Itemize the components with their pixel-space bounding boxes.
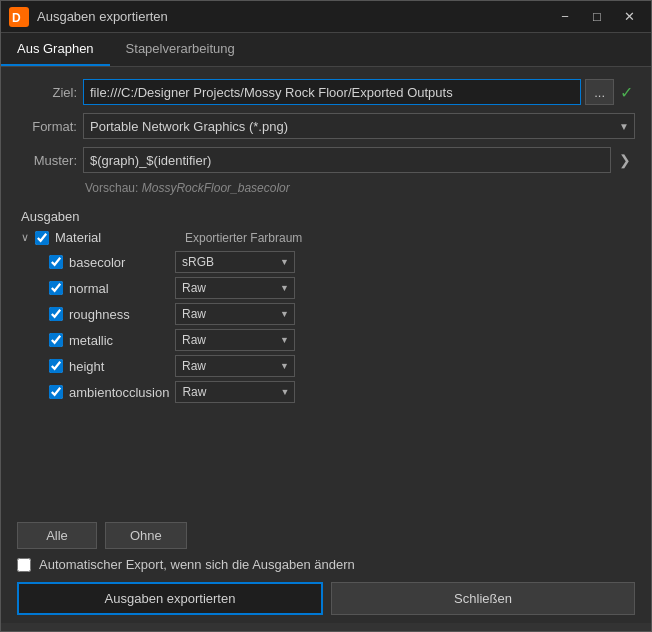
main-window: D Ausgaben exportierten − □ ✕ Aus Graphe… <box>0 0 652 632</box>
height-select[interactable]: sRGB Raw Linear <box>175 355 295 377</box>
basecolor-select[interactable]: sRGB Raw Linear <box>175 251 295 273</box>
output-row-normal: normal sRGB Raw Linear ▼ <box>17 275 635 301</box>
window-title: Ausgaben exportierten <box>37 9 551 24</box>
alle-ohne-row: Alle Ohne <box>17 522 635 549</box>
maximize-button[interactable]: □ <box>583 6 611 28</box>
ambientocclusion-select-wrap: sRGB Raw Linear ▼ <box>175 381 295 403</box>
height-checkbox[interactable] <box>49 359 63 373</box>
tab-stapelverarbeitung[interactable]: Stapelverarbeitung <box>110 33 251 66</box>
auto-export-label: Automatischer Export, wenn sich die Ausg… <box>39 557 355 572</box>
titlebar: D Ausgaben exportierten − □ ✕ <box>1 1 651 33</box>
metallic-select-wrap: sRGB Raw Linear ▼ <box>175 329 295 351</box>
format-select-wrap: Portable Network Graphics (*.png) ▼ <box>83 113 635 139</box>
scrollbar-area <box>1 623 651 631</box>
tab-aus-graphen[interactable]: Aus Graphen <box>1 33 110 66</box>
height-name: height <box>69 359 169 374</box>
basecolor-name: basecolor <box>69 255 169 270</box>
ausgaben-section: Ausgaben ∨ Material Exportierter Farbrau… <box>17 209 635 405</box>
tab-bar: Aus Graphen Stapelverarbeitung <box>1 33 651 67</box>
muster-expand-icon[interactable]: ❯ <box>615 152 635 168</box>
output-row-roughness: roughness sRGB Raw Linear ▼ <box>17 301 635 327</box>
ziel-input-wrap: ... ✓ <box>83 79 635 105</box>
output-rows: basecolor sRGB Raw Linear ▼ normal <box>17 249 635 405</box>
material-header: ∨ Material Exportierter Farbraum <box>17 230 635 245</box>
alle-button[interactable]: Alle <box>17 522 97 549</box>
minimize-button[interactable]: − <box>551 6 579 28</box>
normal-checkbox[interactable] <box>49 281 63 295</box>
vorschau-row: Vorschau: MossyRockFloor_basecolor <box>85 181 635 195</box>
bottom-area: Alle Ohne Automatischer Export, wenn sic… <box>1 514 651 623</box>
format-row: Format: Portable Network Graphics (*.png… <box>17 113 635 139</box>
content-area: Ziel: ... ✓ Format: Portable Network Gra… <box>1 67 651 514</box>
svg-text:D: D <box>12 11 21 25</box>
roughness-select[interactable]: sRGB Raw Linear <box>175 303 295 325</box>
browse-button[interactable]: ... <box>585 79 614 105</box>
vorschau-label: Vorschau: <box>85 181 138 195</box>
material-chevron-icon[interactable]: ∨ <box>21 231 29 244</box>
ziel-label: Ziel: <box>17 85 77 100</box>
action-row: Ausgaben exportierten Schließen <box>17 582 635 615</box>
metallic-name: metallic <box>69 333 169 348</box>
ambientocclusion-name: ambientocclusion <box>69 385 169 400</box>
muster-row: Muster: ❯ <box>17 147 635 173</box>
auto-export-checkbox[interactable] <box>17 558 31 572</box>
ziel-row: Ziel: ... ✓ <box>17 79 635 105</box>
ambientocclusion-checkbox[interactable] <box>49 385 63 399</box>
material-checkbox[interactable] <box>35 231 49 245</box>
basecolor-checkbox[interactable] <box>49 255 63 269</box>
ziel-confirm-icon[interactable]: ✓ <box>618 83 635 102</box>
output-row-basecolor: basecolor sRGB Raw Linear ▼ <box>17 249 635 275</box>
height-select-wrap: sRGB Raw Linear ▼ <box>175 355 295 377</box>
muster-label: Muster: <box>17 153 77 168</box>
close-dialog-button[interactable]: Schließen <box>331 582 635 615</box>
export-button[interactable]: Ausgaben exportierten <box>17 582 323 615</box>
ohne-button[interactable]: Ohne <box>105 522 187 549</box>
material-name: Material <box>55 230 175 245</box>
close-button[interactable]: ✕ <box>615 6 643 28</box>
ziel-input[interactable] <box>83 79 581 105</box>
muster-input[interactable] <box>83 147 611 173</box>
app-logo: D <box>9 7 29 27</box>
ausgaben-title: Ausgaben <box>21 209 635 224</box>
auto-export-row: Automatischer Export, wenn sich die Ausg… <box>17 557 635 572</box>
basecolor-select-wrap: sRGB Raw Linear ▼ <box>175 251 295 273</box>
output-row-metallic: metallic sRGB Raw Linear ▼ <box>17 327 635 353</box>
roughness-checkbox[interactable] <box>49 307 63 321</box>
farbraum-col-header: Exportierter Farbraum <box>185 231 302 245</box>
normal-select[interactable]: sRGB Raw Linear <box>175 277 295 299</box>
format-input-wrap: Portable Network Graphics (*.png) ▼ <box>83 113 635 139</box>
window-controls: − □ ✕ <box>551 6 643 28</box>
roughness-select-wrap: sRGB Raw Linear ▼ <box>175 303 295 325</box>
format-select[interactable]: Portable Network Graphics (*.png) <box>83 113 635 139</box>
format-label: Format: <box>17 119 77 134</box>
vorschau-value: MossyRockFloor_basecolor <box>142 181 290 195</box>
normal-select-wrap: sRGB Raw Linear ▼ <box>175 277 295 299</box>
metallic-select[interactable]: sRGB Raw Linear <box>175 329 295 351</box>
normal-name: normal <box>69 281 169 296</box>
roughness-name: roughness <box>69 307 169 322</box>
ambientocclusion-select[interactable]: sRGB Raw Linear <box>175 381 295 403</box>
muster-input-wrap: ❯ <box>83 147 635 173</box>
output-row-ambientocclusion: ambientocclusion sRGB Raw Linear ▼ <box>17 379 635 405</box>
metallic-checkbox[interactable] <box>49 333 63 347</box>
output-row-height: height sRGB Raw Linear ▼ <box>17 353 635 379</box>
